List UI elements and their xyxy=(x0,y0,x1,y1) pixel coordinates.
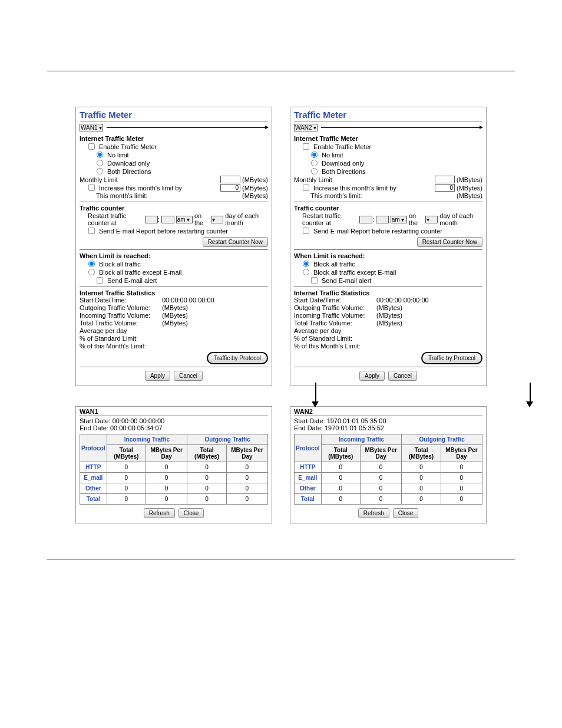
both-directions-radio[interactable] xyxy=(97,168,103,174)
block-all-radio[interactable] xyxy=(303,261,309,267)
minute-select[interactable] xyxy=(376,216,389,223)
day-select[interactable]: ▾ xyxy=(425,216,438,223)
hour-select[interactable] xyxy=(359,216,372,223)
wan-select[interactable]: WAN2 ▾ xyxy=(294,124,318,131)
wan-select[interactable]: WAN1 ▾ xyxy=(80,124,103,131)
start-date-label: Start Date: 00:00:00 00:00:00 xyxy=(80,417,268,424)
refresh-button[interactable]: Refresh xyxy=(144,508,175,518)
section-traffic-counter: Traffic counter xyxy=(294,205,482,212)
block-except-email-radio[interactable] xyxy=(88,269,95,275)
close-button[interactable]: Close xyxy=(393,508,419,518)
monthly-limit-label: Monthly Limit xyxy=(294,176,332,183)
protocol-traffic-table: ProtocolIncoming TrafficOutgoing Traffic… xyxy=(294,434,482,505)
close-button[interactable]: Close xyxy=(178,508,204,518)
section-limit-reached: When Limit is reached: xyxy=(80,252,268,259)
this-month-limit-label: This month's limit: xyxy=(96,192,148,199)
traffic-by-protocol-panel-wan2: WAN2 Start Date: 1970:01:01 05:35:00 End… xyxy=(290,406,487,523)
section-traffic-stats: Internet Traffic Statistics xyxy=(294,289,482,297)
cancel-button[interactable]: Cancel xyxy=(174,371,203,381)
refresh-button[interactable]: Refresh xyxy=(358,508,389,518)
traffic-meter-panel-wan2: Traffic Meter WAN2 ▾ Internet Traffic Me… xyxy=(290,107,487,386)
monthly-limit-label: Monthly Limit xyxy=(80,176,118,183)
nolimit-radio[interactable] xyxy=(97,151,103,158)
increase-limit-checkbox[interactable] xyxy=(303,185,309,191)
section-traffic-counter: Traffic counter xyxy=(80,205,268,212)
apply-button[interactable]: Apply xyxy=(359,371,385,381)
end-date-label: End Date: 1970:01:01 05:35:52 xyxy=(294,424,482,431)
nolimit-radio[interactable] xyxy=(311,151,318,158)
increase-limit-checkbox[interactable] xyxy=(88,185,95,191)
monthly-limit-input[interactable] xyxy=(220,176,240,183)
block-all-radio[interactable] xyxy=(88,261,95,267)
block-except-email-radio[interactable] xyxy=(303,269,309,275)
send-report-checkbox[interactable] xyxy=(88,228,95,234)
panel-heading: Traffic Meter xyxy=(80,110,268,121)
ampm-select[interactable]: am ▾ xyxy=(391,216,407,223)
traffic-by-protocol-panel-wan1: WAN1 Start Date: 00:00:00 00:00:00 End D… xyxy=(75,406,272,523)
protocol-panel-title: WAN1 xyxy=(80,408,268,416)
hour-select[interactable] xyxy=(145,216,158,223)
panel-heading: Traffic Meter xyxy=(294,110,482,121)
apply-button[interactable]: Apply xyxy=(145,371,170,381)
section-traffic-meter: Internet Traffic Meter xyxy=(80,135,268,142)
cancel-button[interactable]: Cancel xyxy=(388,371,417,381)
section-traffic-stats: Internet Traffic Statistics xyxy=(80,289,268,297)
restart-counter-row: Restart traffic counter at : am ▾ on the… xyxy=(80,212,268,226)
start-date-label: Start Date: 1970:01:01 05:35:00 xyxy=(294,417,482,424)
traffic-by-protocol-button[interactable]: Traffic by Protocol xyxy=(207,352,268,364)
traffic-by-protocol-button[interactable]: Traffic by Protocol xyxy=(421,352,482,364)
arrow-line xyxy=(321,127,482,128)
increase-limit-input[interactable] xyxy=(220,184,240,192)
increase-limit-input[interactable] xyxy=(435,184,455,192)
download-only-radio[interactable] xyxy=(97,160,103,166)
section-traffic-meter: Internet Traffic Meter xyxy=(294,135,482,142)
protocol-panel-title: WAN2 xyxy=(294,408,482,416)
restart-counter-now-button[interactable]: Restart Counter Now xyxy=(203,237,268,247)
restart-counter-now-button[interactable]: Restart Counter Now xyxy=(417,237,482,247)
download-only-radio[interactable] xyxy=(311,160,318,166)
stats-grid: Start Date/Time:00:00:00 00:00:00 Outgoi… xyxy=(294,297,482,350)
protocol-traffic-table: ProtocolIncoming TrafficOutgoing Traffic… xyxy=(80,434,268,505)
enable-traffic-meter-checkbox[interactable] xyxy=(303,143,309,150)
traffic-meter-panel-wan1: Traffic Meter WAN1 ▾ Internet Traffic Me… xyxy=(75,107,272,386)
day-select[interactable]: ▾ xyxy=(211,216,224,223)
minute-select[interactable] xyxy=(161,216,174,223)
restart-counter-row: Restart traffic counter at : am ▾ on the… xyxy=(294,212,482,226)
send-email-alert-checkbox[interactable] xyxy=(97,277,103,284)
enable-traffic-meter-checkbox[interactable] xyxy=(88,143,95,150)
both-directions-radio[interactable] xyxy=(311,168,318,174)
this-month-limit-label: This month's limit: xyxy=(310,192,362,199)
monthly-limit-input[interactable] xyxy=(435,176,455,183)
arrow-line xyxy=(107,127,268,128)
end-date-label: End Date: 00:00:00 05:34:07 xyxy=(80,424,268,431)
send-report-checkbox[interactable] xyxy=(303,228,309,234)
send-email-alert-checkbox[interactable] xyxy=(311,277,318,284)
section-limit-reached: When Limit is reached: xyxy=(294,252,482,259)
stats-grid: Start Date/Time:00:00:00 00:00:00 Outgoi… xyxy=(80,297,268,350)
ampm-select[interactable]: am ▾ xyxy=(176,216,193,223)
